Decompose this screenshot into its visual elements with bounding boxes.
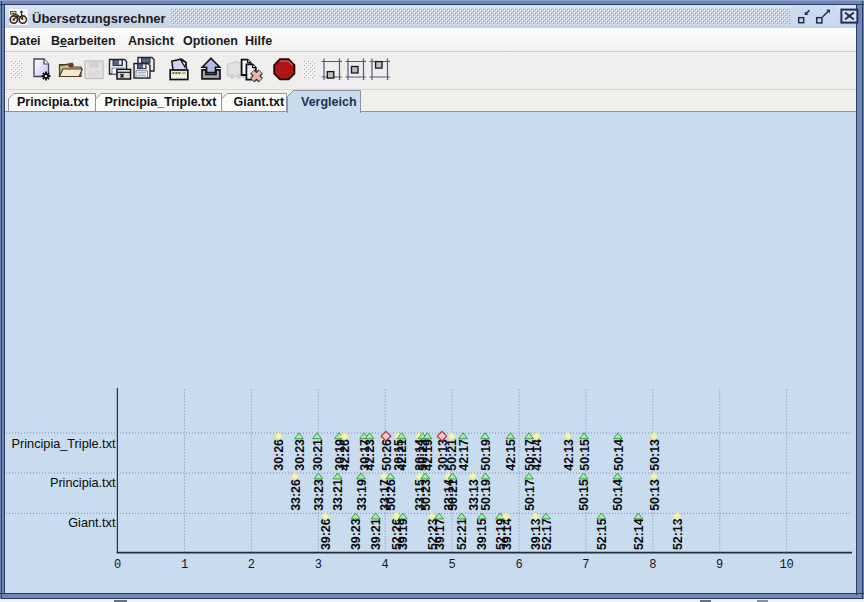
svg-text:8: 8 [649,558,656,572]
svg-text:33:19: 33:19 [355,479,369,511]
svg-text:42:23: 42:23 [363,439,377,471]
svg-text:52:14: 52:14 [632,518,646,550]
svg-text:52:15: 52:15 [595,518,609,550]
svg-text:Principia.txt: Principia.txt [50,476,116,490]
svg-text:7: 7 [582,558,589,572]
svg-text:50:13: 50:13 [648,439,662,471]
svg-text:6: 6 [515,558,522,572]
svg-text:50:19: 50:19 [479,479,493,511]
svg-text:33:23: 33:23 [312,479,326,511]
svg-text:3: 3 [315,558,322,572]
svg-text:30:23: 30:23 [293,439,307,471]
svg-text:39:21: 39:21 [369,518,383,550]
svg-text:50:15: 50:15 [578,439,592,471]
svg-text:30:21: 30:21 [311,439,325,471]
svg-text:42:15: 42:15 [504,439,518,471]
svg-text:30:26: 30:26 [272,439,286,471]
svg-text:52:17: 52:17 [540,518,554,550]
svg-text:50:14: 50:14 [612,439,626,471]
svg-text:50:15: 50:15 [577,479,591,511]
svg-text:33:26: 33:26 [289,479,303,511]
svg-text:42:26: 42:26 [338,439,352,471]
svg-text:Giant.txt: Giant.txt [68,516,116,530]
svg-text:50:26: 50:26 [384,479,398,511]
svg-text:0: 0 [114,558,121,572]
svg-text:39:14: 39:14 [500,518,514,550]
svg-text:42:19: 42:19 [421,439,435,471]
svg-text:4: 4 [382,558,389,572]
svg-text:42:21: 42:21 [395,439,409,471]
svg-text:52:21: 52:21 [455,518,469,550]
svg-text:39:26: 39:26 [319,518,333,550]
svg-text:42:13: 42:13 [562,439,576,471]
svg-text:50:21: 50:21 [446,479,460,511]
svg-text:50:17: 50:17 [523,479,537,511]
svg-text:2: 2 [248,558,255,572]
svg-text:39:19: 39:19 [396,518,410,550]
svg-text:50:23: 50:23 [419,479,433,511]
svg-text:52:13: 52:13 [671,518,685,550]
svg-text:1: 1 [181,558,188,572]
svg-text:10: 10 [779,558,793,572]
svg-text:42:17: 42:17 [457,439,471,471]
svg-text:39:15: 39:15 [475,518,489,550]
svg-text:50:19: 50:19 [479,439,493,471]
svg-text:39:23: 39:23 [349,518,363,550]
svg-text:50:13: 50:13 [648,479,662,511]
svg-text:50:14: 50:14 [611,479,625,511]
svg-text:42:14: 42:14 [530,439,544,471]
svg-text:Principia_Triple.txt: Principia_Triple.txt [12,437,116,451]
svg-text:33:21: 33:21 [331,479,345,511]
svg-text:9: 9 [716,558,723,572]
svg-text:5: 5 [448,558,455,572]
svg-text:39:17: 39:17 [433,518,447,550]
